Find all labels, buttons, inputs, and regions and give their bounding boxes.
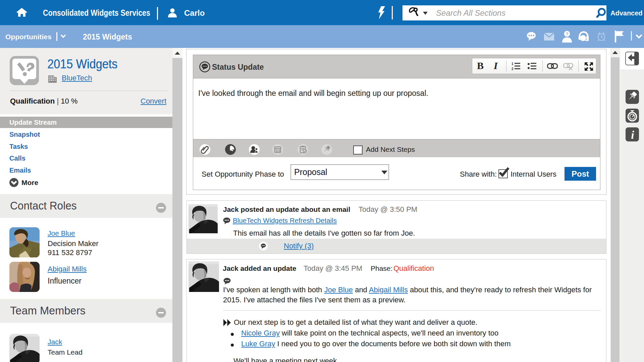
svg-text:2: 2 [512, 67, 514, 70]
svg-text:?: ? [566, 32, 569, 37]
svg-text:i: i [631, 129, 634, 141]
svg-text:1: 1 [512, 62, 514, 66]
